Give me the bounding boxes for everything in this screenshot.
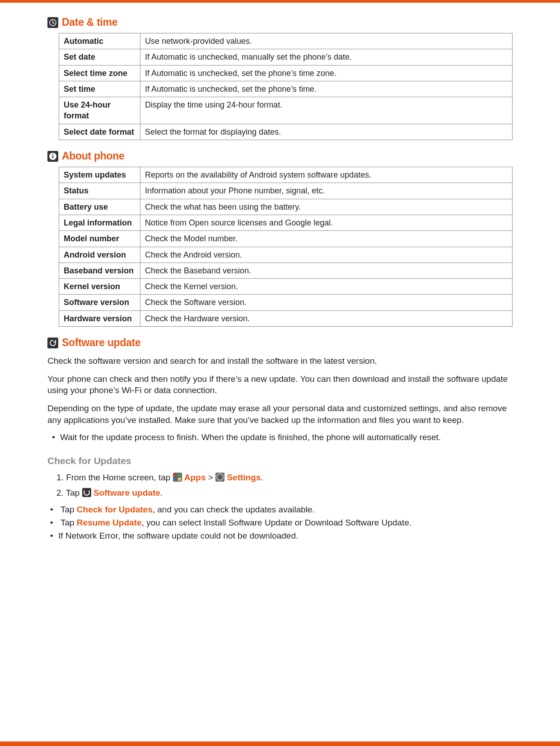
table-row: Software versionCheck the Software versi…: [59, 295, 513, 310]
steps-list: 1. From the Home screen, tap Apps > Sett…: [56, 471, 513, 500]
setting-description: Check the Hardware version.: [140, 310, 513, 326]
setting-name: Select time zone: [59, 65, 140, 81]
step-post: .: [261, 473, 263, 482]
clock-icon: [47, 17, 58, 28]
list-item: Wait for the update process to finish. W…: [60, 431, 513, 444]
setting-name: Use 24-hour format: [59, 97, 140, 124]
table-row: Legal informationNotice from Open source…: [59, 215, 513, 230]
setting-name: Status: [59, 183, 140, 199]
section-title: Date & time: [62, 16, 117, 28]
apps-label: Apps: [184, 473, 206, 482]
setting-name: Legal information: [59, 215, 140, 230]
resume-update-label: Resume Update: [77, 518, 142, 527]
step-number: 2.: [56, 488, 64, 497]
setting-description: Information about your Phone number, sig…: [140, 183, 513, 199]
table-row: Set dateIf Automatic is unchecked, manua…: [59, 49, 513, 65]
top-accent-bar: [0, 0, 560, 3]
setting-description: Display the time using 24-hour format.: [140, 97, 513, 124]
setting-name: Hardware version: [59, 310, 140, 326]
section-software-update: Software update: [47, 337, 513, 349]
table-row: Select time zoneIf Automatic is unchecke…: [59, 65, 513, 81]
table-row: Select date formatSelect the format for …: [59, 124, 513, 140]
setting-description: Check the Model number.: [140, 231, 513, 247]
setting-name: Set date: [59, 49, 140, 65]
section-about-phone: About phone: [47, 150, 513, 162]
setting-name: Set time: [59, 81, 140, 97]
step-post: .: [160, 488, 163, 497]
check-for-updates-label: Check for Updates: [77, 505, 153, 514]
section-date-time: Date & time: [47, 16, 513, 28]
table-row: AutomaticUse network-provided values.: [59, 33, 513, 49]
info-icon: [47, 151, 58, 162]
table-row: Model numberCheck the Model number.: [59, 231, 513, 247]
text: Tap: [61, 505, 77, 514]
setting-description: If Automatic is unchecked, set the phone…: [140, 65, 513, 81]
software-update-label: Software update: [93, 488, 160, 497]
step-text: Tap: [66, 488, 82, 497]
table-row: Android versionCheck the Android version…: [59, 247, 513, 263]
paragraph: Check the software version and search fo…: [47, 355, 513, 367]
table-date-time: AutomaticUse network-provided values.Set…: [59, 33, 513, 140]
separator: >: [208, 473, 215, 482]
setting-description: Select the format for displaying dates.: [140, 124, 513, 140]
setting-name: Android version: [59, 247, 140, 263]
step-number: 1.: [56, 473, 64, 482]
table-row: Battery useCheck the what has been using…: [59, 199, 513, 215]
text: Tap: [61, 518, 77, 527]
table-about-phone: System updatesReports on the availabilit…: [59, 167, 513, 327]
setting-description: Notice from Open source licenses and Goo…: [140, 215, 513, 230]
setting-name: System updates: [59, 167, 140, 183]
apps-icon: [173, 473, 182, 482]
setting-description: Check the Android version.: [140, 247, 513, 263]
step-text: From the Home screen, tap: [66, 473, 173, 482]
table-row: System updatesReports on the availabilit…: [59, 167, 513, 183]
step-1: 1. From the Home screen, tap Apps > Sett…: [56, 471, 513, 484]
step-2: 2. Tap Software update.: [56, 486, 513, 500]
section-title: Software update: [62, 337, 140, 349]
setting-description: Check the what has been using the batter…: [140, 199, 513, 215]
list-item: Tap Check for Updates, and you can check…: [58, 503, 513, 516]
text: , you can select Install Software Update…: [141, 518, 411, 527]
settings-label: Settings: [227, 473, 261, 482]
table-row: Set timeIf Automatic is unchecked, set t…: [59, 81, 513, 97]
setting-name: Select date format: [59, 124, 140, 140]
setting-description: Check the Baseband version.: [140, 263, 513, 278]
setting-description: Reports on the availability of Android s…: [140, 167, 513, 183]
svg-rect-3: [52, 155, 53, 158]
paragraph: Your phone can check and then notify you…: [47, 373, 513, 396]
setting-name: Automatic: [59, 33, 140, 49]
table-row: Kernel versionCheck the Kernel version.: [59, 279, 513, 295]
text: , and you can check the updates availabl…: [153, 505, 315, 514]
table-row: Hardware versionCheck the Hardware versi…: [59, 310, 513, 326]
svg-point-2: [52, 154, 54, 155]
table-row: Baseband versionCheck the Baseband versi…: [59, 263, 513, 278]
update-icon: [82, 488, 91, 497]
page-content: Date & time AutomaticUse network-provide…: [0, 16, 560, 579]
setting-description: Check the Kernel version.: [140, 279, 513, 295]
list-item: If Network Error, the software update co…: [58, 529, 513, 542]
table-row: Use 24-hour formatDisplay the time using…: [59, 97, 513, 124]
setting-name: Model number: [59, 231, 140, 247]
bullet-list: Wait for the update process to finish. W…: [60, 431, 513, 444]
section-title: About phone: [62, 150, 125, 162]
setting-name: Software version: [59, 295, 140, 310]
setting-description: If Automatic is unchecked, set the phone…: [140, 81, 513, 97]
setting-description: Check the Software version.: [140, 295, 513, 310]
setting-description: If Automatic is unchecked, manually set …: [140, 49, 513, 65]
setting-name: Kernel version: [59, 279, 140, 295]
sub-heading-check-updates: Check for Updates: [47, 455, 513, 466]
update-icon: [47, 338, 58, 348]
sub-bullets: Tap Check for Updates, and you can check…: [58, 503, 513, 543]
setting-name: Battery use: [59, 199, 140, 215]
paragraph: Depending on the type of update, the upd…: [47, 403, 513, 426]
setting-description: Use network-provided values.: [140, 33, 513, 49]
page-footer: 112: [0, 741, 560, 746]
gear-icon: [215, 473, 224, 482]
setting-name: Baseband version: [59, 263, 140, 278]
list-item: Tap Resume Update, you can select Instal…: [58, 516, 513, 529]
table-row: StatusInformation about your Phone numbe…: [59, 183, 513, 199]
